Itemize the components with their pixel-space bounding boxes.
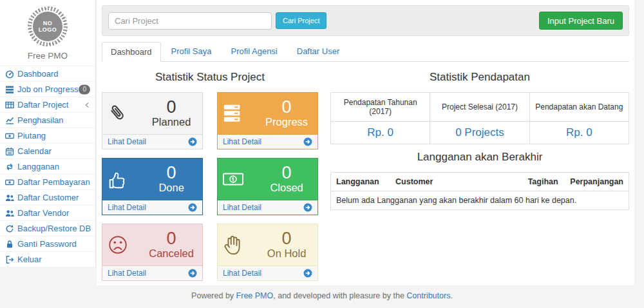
sidebar-item-label: Daftar Customer bbox=[17, 193, 79, 202]
sidebar-item-penghasilan[interactable]: Penghasilan bbox=[0, 113, 95, 128]
thumbs-up-icon bbox=[107, 168, 145, 191]
sidebar-item-ganti-password[interactable]: Ganti Password bbox=[0, 236, 95, 252]
search-button[interactable]: Cari Project bbox=[276, 12, 327, 29]
footer-link-free-pmo[interactable]: Free PMO bbox=[236, 291, 274, 300]
planned-lihat-detail-link[interactable]: Lihat Detail bbox=[102, 134, 202, 149]
sidebar-item-piutang[interactable]: Piutang bbox=[0, 128, 95, 144]
tab-profil-agensi[interactable]: Profil Agensi bbox=[222, 41, 286, 61]
card-progress: 0 Progress Lihat Detail bbox=[217, 92, 318, 149]
sidebar-item-backup-restore-db[interactable]: Backup/Restore DB bbox=[0, 221, 95, 236]
sidebar-item-label: Piutang bbox=[17, 131, 46, 140]
lihat-detail-label: Lihat Detail bbox=[108, 269, 146, 278]
sidebar-item-label: Job on Progress bbox=[17, 84, 79, 94]
lock-icon bbox=[5, 240, 14, 249]
done-lihat-detail-link[interactable]: Lihat Detail bbox=[102, 200, 202, 215]
income-col-value: Rp. 0 bbox=[331, 122, 430, 144]
lihat-detail-label: Lihat Detail bbox=[223, 203, 261, 212]
tab-daftar-user[interactable]: Daftar User bbox=[288, 41, 348, 61]
logo-area: NO LOGO Free PMO bbox=[0, 0, 95, 66]
tab-profil-saya[interactable]: Profil Saya bbox=[162, 41, 221, 61]
footer-text: Powered by bbox=[191, 291, 236, 300]
on-hold-lihat-detail-link[interactable]: Lihat Detail bbox=[218, 265, 317, 280]
progress-lihat-detail-link[interactable]: Lihat Detail bbox=[218, 134, 317, 149]
done-count: 0 bbox=[145, 164, 198, 182]
sidebar-item-label: Backup/Restore DB bbox=[17, 224, 91, 233]
progress-count: 0 bbox=[260, 98, 313, 116]
card-done-body: 0 Done bbox=[102, 159, 202, 200]
money-icon bbox=[5, 131, 14, 140]
arrow-circle-right-icon bbox=[303, 203, 312, 212]
arrow-circle-right-icon bbox=[188, 137, 197, 146]
income-col-value: 0 Projects bbox=[430, 122, 529, 144]
income-section: Statistik Pendapatan Pendapatan Tahunan … bbox=[330, 64, 629, 289]
no-logo-seal: NO LOGO bbox=[28, 6, 68, 46]
tasks-icon bbox=[5, 85, 14, 94]
income-table: Pendapatan Tahunan (2017) Project Selesa… bbox=[330, 92, 629, 144]
footer-link-contributors[interactable]: Contributors bbox=[406, 291, 450, 300]
arrow-circle-right-icon bbox=[188, 203, 197, 212]
arrow-circle-right-icon bbox=[303, 137, 312, 146]
arrow-circle-right-icon bbox=[188, 269, 197, 278]
planned-label: Planned bbox=[145, 116, 198, 129]
canceled-lihat-detail-link[interactable]: Lihat Detail bbox=[102, 265, 202, 280]
lihat-detail-label: Lihat Detail bbox=[108, 137, 146, 146]
card-closed: 0 Closed Lihat Detail bbox=[217, 158, 318, 215]
table-icon bbox=[5, 101, 14, 110]
closed-count: 0 bbox=[260, 164, 313, 182]
sidebar-item-daftar-project[interactable]: Daftar Project bbox=[0, 97, 95, 113]
users-icon bbox=[5, 193, 14, 202]
input-project-baru-button[interactable]: Input Project Baru bbox=[539, 12, 623, 30]
sidebar-item-label: Daftar Project bbox=[17, 100, 68, 110]
sidebar-item-langganan[interactable]: Langganan bbox=[0, 159, 95, 175]
subs-col-customer: Customer bbox=[390, 173, 515, 191]
server-icon bbox=[222, 102, 260, 125]
sidebar-item-label: Daftar Pembayaran bbox=[17, 177, 90, 187]
card-planned: 0 Planned Lihat Detail bbox=[102, 92, 203, 149]
on-hold-label: On Hold bbox=[260, 247, 313, 260]
sidebar-item-label: Dashboard bbox=[17, 69, 59, 79]
hand-paper-icon bbox=[222, 233, 260, 256]
sidebar-item-job-on-progress[interactable]: Job on Progress 0 bbox=[0, 82, 95, 97]
footer-text: , and developed with pleasure by the bbox=[273, 291, 406, 300]
planned-count: 0 bbox=[145, 98, 198, 116]
sidebar-item-label: Calendar bbox=[17, 146, 52, 156]
sidebar-item-calendar[interactable]: Calendar bbox=[0, 144, 95, 159]
income-col-header: Pendapatan Tahunan (2017) bbox=[331, 93, 430, 122]
chevron-left-icon bbox=[85, 102, 89, 108]
income-section-title: Statistik Pendapatan bbox=[330, 71, 629, 84]
sidebar-item-daftar-customer[interactable]: Daftar Customer bbox=[0, 190, 95, 206]
job-count-badge: 0 bbox=[79, 84, 90, 94]
lihat-detail-label: Lihat Detail bbox=[108, 203, 146, 212]
income-col-header: Project Selesai (2017) bbox=[430, 93, 529, 122]
sidebar-item-dashboard[interactable]: Dashboard bbox=[0, 66, 95, 82]
refresh-icon bbox=[5, 224, 14, 233]
sidebar-item-daftar-vendor[interactable]: Daftar Vendor bbox=[0, 206, 95, 221]
closed-lihat-detail-link[interactable]: Lihat Detail bbox=[218, 200, 317, 215]
tab-dashboard[interactable]: Dashboard bbox=[102, 42, 161, 62]
sidebar-item-label: Langganan bbox=[17, 162, 59, 171]
status-cards: 0 Planned Lihat Detail bbox=[102, 92, 318, 289]
on-hold-count: 0 bbox=[260, 229, 313, 247]
sidebar-item-label: Keluar bbox=[17, 255, 42, 264]
money-icon bbox=[5, 178, 14, 187]
brand-name: Free PMO bbox=[0, 51, 95, 61]
progress-label: Progress bbox=[260, 116, 313, 129]
done-label: Done bbox=[145, 182, 198, 195]
users-icon bbox=[5, 209, 14, 218]
calendar-icon bbox=[5, 147, 14, 156]
sidebar-item-daftar-pembayaran[interactable]: Daftar Pembayaran bbox=[0, 175, 95, 190]
no-logo-seal-text: NO LOGO bbox=[32, 10, 64, 43]
footer-text: . bbox=[450, 291, 452, 300]
sidebar-item-keluar[interactable]: Keluar bbox=[0, 252, 95, 267]
search-input[interactable] bbox=[108, 12, 272, 30]
line-chart-icon bbox=[5, 116, 14, 125]
card-canceled: 0 Canceled Lihat Detail bbox=[102, 224, 203, 281]
subscription-section: Langganan akan Berakhir Langganan Custom… bbox=[330, 151, 629, 210]
lihat-detail-label: Lihat Detail bbox=[223, 269, 261, 278]
sidebar: NO LOGO Free PMO Dashboard Job on Progre… bbox=[0, 0, 96, 267]
card-canceled-body: 0 Canceled bbox=[102, 224, 202, 265]
card-on-hold: 0 On Hold Lihat Detail bbox=[217, 224, 318, 281]
frown-icon bbox=[107, 233, 145, 256]
card-done: 0 Done Lihat Detail bbox=[102, 158, 203, 215]
sign-out-icon bbox=[5, 255, 14, 264]
